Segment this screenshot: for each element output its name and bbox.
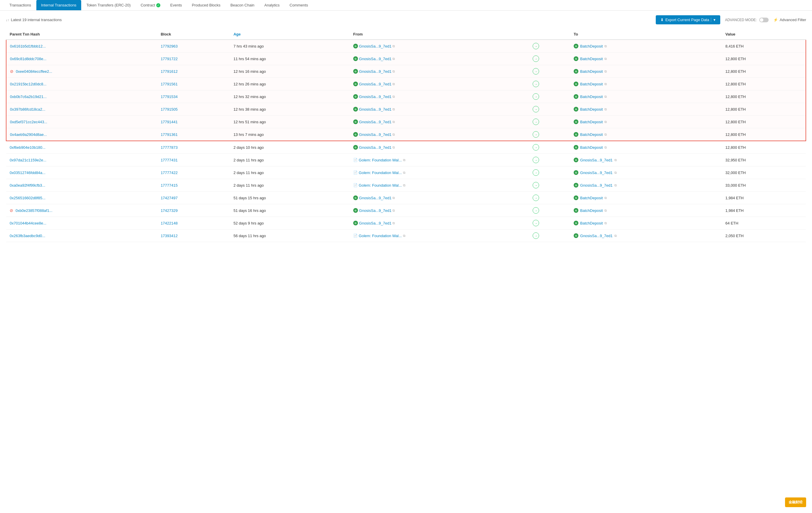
from-link[interactable]: GnosisSa...9_7ed1: [359, 94, 392, 99]
from-link[interactable]: Golem: Foundation Wal...: [359, 170, 402, 175]
from-link[interactable]: GnosisSa...9_7ed1: [359, 120, 392, 124]
from-link[interactable]: GnosisSa...9_7ed1: [359, 196, 392, 200]
to-copy-icon[interactable]: ⧉: [605, 221, 607, 225]
block-link[interactable]: 17791722: [161, 57, 178, 61]
from-copy-icon[interactable]: ⧉: [393, 221, 395, 225]
from-link[interactable]: GnosisSa...9_7ed1: [359, 107, 392, 111]
from-link[interactable]: GnosisSa...9_7ed1: [359, 69, 392, 74]
from-copy-icon[interactable]: ⧉: [403, 171, 405, 174]
to-copy-icon[interactable]: ⧉: [605, 107, 607, 111]
tab-contract[interactable]: Contract ✓: [136, 0, 165, 10]
from-copy-icon[interactable]: ⧉: [393, 95, 395, 99]
to-copy-icon[interactable]: ⧉: [605, 70, 607, 73]
hash-link[interactable]: 0xf6eb904e10b180...: [10, 145, 46, 150]
tab-analytics[interactable]: Analytics: [260, 0, 284, 10]
to-link[interactable]: BatchDeposit: [580, 221, 603, 225]
to-link[interactable]: BatchDeposit: [580, 145, 603, 150]
block-link[interactable]: 17791534: [161, 94, 178, 99]
from-copy-icon[interactable]: ⧉: [393, 145, 395, 150]
block-link[interactable]: 17791612: [161, 69, 178, 74]
block-link[interactable]: 17791441: [161, 120, 178, 124]
hash-link[interactable]: 0xb0b7c6a2b19d21...: [10, 94, 47, 99]
to-link[interactable]: BatchDeposit: [580, 107, 603, 111]
to-copy-icon[interactable]: ⧉: [605, 95, 607, 99]
from-copy-icon[interactable]: ⧉: [393, 82, 395, 86]
from-copy-icon[interactable]: ⧉: [393, 196, 395, 200]
to-link[interactable]: BatchDeposit: [580, 196, 603, 200]
to-copy-icon[interactable]: ⧉: [605, 44, 607, 48]
from-link[interactable]: GnosisSa...9_7ed1: [359, 82, 392, 86]
block-link[interactable]: 17427497: [161, 196, 178, 200]
to-link[interactable]: BatchDeposit: [580, 57, 603, 61]
from-link[interactable]: Golem: Foundation Wal...: [359, 183, 402, 188]
hash-link[interactable]: 0x69c81d8ddc708e...: [10, 57, 46, 61]
hash-link[interactable]: 0x256516602d8f85...: [10, 196, 46, 200]
to-copy-icon[interactable]: ⧉: [605, 57, 607, 61]
from-copy-icon[interactable]: ⧉: [403, 183, 405, 187]
from-copy-icon[interactable]: ⧉: [393, 57, 395, 61]
from-link[interactable]: GnosisSa...9_7ed1: [359, 221, 392, 225]
from-copy-icon[interactable]: ⧉: [393, 70, 395, 73]
hash-link[interactable]: 0xee04084eccffee2...: [16, 69, 52, 74]
to-copy-icon[interactable]: ⧉: [614, 171, 617, 174]
to-link[interactable]: BatchDeposit: [580, 132, 603, 137]
to-link[interactable]: BatchDeposit: [580, 94, 603, 99]
from-copy-icon[interactable]: ⧉: [403, 158, 405, 162]
hash-link[interactable]: 0x6161b5d1fbbb12...: [10, 44, 46, 48]
block-link[interactable]: 17777431: [161, 158, 178, 162]
from-link[interactable]: GnosisSa...9_7ed1: [359, 57, 392, 61]
hash-link[interactable]: 0x4aeb9a2904d8ae...: [10, 132, 47, 137]
tab-transactions[interactable]: Transactions: [5, 0, 36, 10]
to-link[interactable]: BatchDeposit: [580, 208, 603, 213]
block-link[interactable]: 17777415: [161, 183, 178, 188]
to-copy-icon[interactable]: ⧉: [605, 82, 607, 86]
to-copy-icon[interactable]: ⧉: [605, 133, 607, 136]
hash-link[interactable]: 0x97da21c1159e2e...: [10, 158, 46, 162]
from-link[interactable]: GnosisSa...9_7ed1: [359, 132, 392, 137]
to-copy-icon[interactable]: ⧉: [605, 120, 607, 124]
from-link[interactable]: GnosisSa...9_7ed1: [359, 44, 392, 48]
to-link[interactable]: BatchDeposit: [580, 69, 603, 74]
to-link[interactable]: GnosisSa...9_7ed1: [580, 158, 613, 162]
tab-comments[interactable]: Comments: [285, 0, 313, 10]
from-link[interactable]: GnosisSa...9_7ed1: [359, 208, 392, 213]
from-copy-icon[interactable]: ⧉: [393, 120, 395, 124]
from-copy-icon[interactable]: ⧉: [393, 209, 395, 213]
block-link[interactable]: 17422148: [161, 221, 178, 225]
hash-link[interactable]: 0x21915bc12d0dc8...: [10, 82, 46, 86]
block-link[interactable]: 17791561: [161, 82, 178, 86]
hash-link[interactable]: 0xd5ef371cc2ec443...: [10, 120, 47, 124]
to-link[interactable]: BatchDeposit: [580, 120, 603, 124]
block-link[interactable]: 17427329: [161, 208, 178, 213]
from-link[interactable]: Golem: Foundation Wal...: [359, 158, 402, 162]
block-link[interactable]: 17777422: [161, 170, 178, 175]
from-link[interactable]: GnosisSa...9_7ed1: [359, 145, 392, 150]
to-link[interactable]: GnosisSa...9_7ed1: [580, 170, 613, 175]
hash-link[interactable]: 0x701044b44cee8e...: [10, 221, 46, 225]
from-copy-icon[interactable]: ⧉: [393, 133, 395, 136]
to-copy-icon[interactable]: ⧉: [605, 196, 607, 200]
from-copy-icon[interactable]: ⧉: [393, 107, 395, 111]
tab-internal-transactions[interactable]: Internal Transactions: [36, 0, 81, 10]
block-link[interactable]: 17791505: [161, 107, 178, 111]
to-link[interactable]: BatchDeposit: [580, 44, 603, 48]
hash-link[interactable]: 0x03512746fdd84a...: [10, 170, 46, 175]
to-link[interactable]: BatchDeposit: [580, 82, 603, 86]
export-button[interactable]: ⬇ Export Current Page Data ▾: [656, 15, 721, 24]
block-link[interactable]: 17777873: [161, 145, 178, 150]
block-link[interactable]: 17792963: [161, 44, 178, 48]
to-copy-icon[interactable]: ⧉: [614, 183, 617, 187]
advanced-filter-button[interactable]: ⚡ Advanced Filter: [773, 18, 806, 22]
from-link[interactable]: Golem: Foundation Wal...: [359, 234, 402, 238]
hash-link[interactable]: 0x397b86fcd18ca2...: [10, 107, 46, 111]
hash-link[interactable]: 0xa0ea92f4f99cfb3...: [10, 183, 45, 188]
hash-link[interactable]: 0x263fb3aedbc9d0...: [10, 234, 45, 238]
tab-produced-blocks[interactable]: Produced Blocks: [187, 0, 226, 10]
to-copy-icon[interactable]: ⧉: [605, 145, 607, 150]
to-copy-icon[interactable]: ⧉: [614, 158, 617, 162]
tab-token-transfers[interactable]: Token Transfers (ERC-20): [82, 0, 136, 10]
to-link[interactable]: GnosisSa...9_7ed1: [580, 234, 613, 238]
hash-link[interactable]: 0xb0e23857f088af1...: [16, 208, 53, 213]
to-copy-icon[interactable]: ⧉: [605, 209, 607, 213]
from-copy-icon[interactable]: ⧉: [393, 44, 395, 48]
